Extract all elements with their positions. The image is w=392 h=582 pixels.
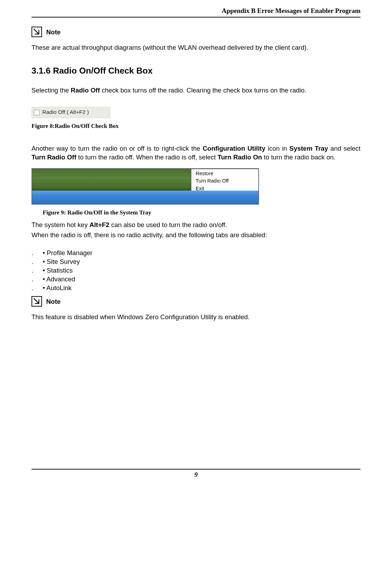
bold-turn-radio-off: Turn Radio Off (31, 153, 76, 161)
paragraph-radio-off: Selecting the Radio Off check box turns … (31, 86, 360, 95)
tray-menu-restore[interactable]: Restore (192, 170, 259, 178)
list-item: .• Profile Manager (31, 249, 360, 258)
list-item-label: • Statistics (43, 266, 73, 275)
bold-config-utility: Configuration Utility (203, 145, 265, 152)
list-item: .• Site Survey (31, 258, 360, 266)
radio-off-checkbox[interactable] (34, 110, 40, 115)
list-item-label: • Advanced (43, 275, 75, 284)
figure-9-caption: Figure 9: Radio On/Off in the System Tra… (31, 209, 360, 217)
figure-radio-off-checkbox: Radio Off ( Alt+F2 ) (31, 107, 110, 118)
bold-turn-radio-on: Turn Radio On (218, 153, 262, 161)
figure-8-caption: Figure 8:Radio On/Off Check Box (31, 122, 360, 130)
note-label-1: Note (46, 28, 61, 37)
text-segment: Selecting the (31, 87, 71, 94)
text-segment: and select (328, 145, 360, 152)
list-bullet: . (31, 266, 34, 275)
note-label-2: Note (46, 297, 61, 307)
list-bullet: . (31, 258, 34, 266)
text-segment: to turn the radio off. When the radio is… (76, 153, 217, 161)
tray-taskbar (32, 191, 258, 204)
disabled-tabs-list: .• Profile Manager .• Site Survey .• Sta… (31, 249, 360, 293)
note-arrow-icon (31, 296, 42, 307)
text-segment: to turn the radio back on. (262, 153, 336, 161)
text-segment: can also be used to turn the radio on/of… (110, 221, 227, 228)
list-bullet: . (31, 275, 34, 284)
bold-system-tray: System Tray (289, 145, 328, 152)
bold-radio-off: Radio Off (71, 87, 100, 94)
list-bullet: . (31, 249, 34, 258)
text-segment: The system hot key (31, 221, 90, 228)
figure-system-tray: Restore Turn Radio Off Exit (31, 168, 259, 205)
paragraph-hotkey: The system hot key Alt+F2 can also be us… (31, 221, 360, 230)
list-bullet: . (31, 284, 34, 293)
list-item-label: • Site Survey (43, 258, 80, 266)
header-title: Appendix B Error Messages of Enabler Pro… (222, 7, 360, 14)
tray-context-menu: Restore Turn Radio Off Exit (191, 169, 259, 194)
tray-desktop-background: Restore Turn Radio Off Exit (32, 169, 258, 191)
text-segment: Another way to turn the radio on or off … (31, 145, 203, 152)
tray-menu-turn-radio-off[interactable]: Turn Radio Off (192, 177, 259, 185)
text-segment: icon in (265, 145, 289, 152)
page-number: 9 (194, 471, 198, 478)
note-block-2: Note (31, 296, 360, 307)
note-text-1: These are actual throughput diagrams (wi… (31, 43, 360, 52)
list-item-label: • AutoLink (43, 284, 72, 293)
radio-off-checkbox-label: Radio Off ( Alt+F2 ) (42, 109, 89, 116)
note-arrow-icon (31, 27, 42, 37)
list-item: .• AutoLink (31, 284, 360, 293)
list-item: .• Statistics (31, 266, 360, 275)
page-footer: 9 (31, 469, 360, 479)
list-item: .• Advanced (31, 275, 360, 284)
page-header: Appendix B Error Messages of Enabler Pro… (31, 0, 360, 18)
paragraph-system-tray: Another way to turn the radio on or off … (31, 144, 360, 162)
bold-alt-f2: Alt+F2 (90, 221, 110, 228)
note-text-2: This feature is disabled when Windows Ze… (31, 313, 360, 322)
list-item-label: • Profile Manager (43, 249, 92, 258)
paragraph-disabled-tabs: When the radio is off, there is no radio… (31, 231, 360, 240)
note-block-1: Note (31, 27, 360, 37)
section-heading: 3.1.6 Radio On/Off Check Box (31, 65, 360, 76)
text-segment: check box turns off the radio. Clearing … (100, 87, 306, 94)
